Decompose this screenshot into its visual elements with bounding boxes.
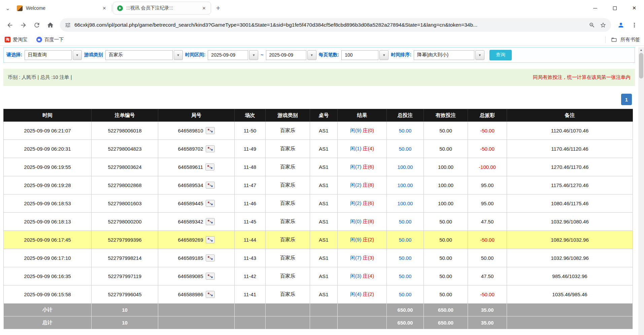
total-bet-link[interactable]: 50.00	[399, 219, 412, 224]
total-bet-link[interactable]: 50.00	[399, 128, 412, 133]
game-type-select[interactable]: 百家乐 ▾	[105, 50, 183, 60]
cell-total-bet: 50.00	[387, 267, 424, 285]
date-from-value[interactable]: 2025-09-09	[208, 50, 248, 60]
total-bet-link[interactable]: 50.00	[399, 237, 412, 243]
chevron-down-icon[interactable]: ▾	[475, 50, 484, 60]
per-page-value[interactable]: 100	[341, 50, 378, 60]
bookmark-baidu[interactable]: 百度一下	[36, 36, 64, 43]
query-type-select[interactable]: 日期查询 ▾	[25, 50, 82, 60]
cell-payout: -50.00	[468, 140, 507, 158]
cell-session: 11-50	[235, 122, 266, 140]
cell-time: 2025-09-09 06:18:53	[4, 194, 92, 213]
cell-time: 2025-09-09 06:17:45	[4, 231, 92, 249]
all-bookmarks-button[interactable]: 所有书签	[605, 36, 640, 43]
chevron-down-icon[interactable]: ▾	[174, 50, 183, 60]
total-bet-link[interactable]: 100.00	[398, 164, 413, 170]
bet-row: 2025-09-09 06:19:55522798003624646589611…	[4, 158, 633, 176]
round-result-image-icon[interactable]	[205, 163, 214, 171]
round-result-image-icon[interactable]	[206, 200, 215, 207]
chevron-down-icon[interactable]: ▾	[73, 50, 82, 60]
browser-menu-button[interactable]	[628, 19, 641, 31]
chevron-down-icon[interactable]: ▾	[249, 50, 258, 60]
cell-valid-bet: 50.00	[424, 249, 468, 267]
round-result-image-icon[interactable]	[206, 182, 215, 189]
payout-value: -50.00	[480, 146, 495, 152]
query-type-label: 请选择:	[6, 52, 22, 58]
cell-game-type: 百家乐	[266, 122, 310, 140]
reload-button[interactable]	[30, 19, 43, 31]
date-to-select[interactable]: 2025-09-09 ▾	[266, 50, 316, 60]
result-banker: 庄(4)	[363, 146, 374, 151]
col-bet-id: 注单编号	[92, 109, 158, 122]
chevron-down-icon[interactable]: ▾	[379, 50, 388, 60]
page-1-button[interactable]: 1	[621, 94, 632, 105]
total-bet-link[interactable]: 50.00	[399, 146, 412, 152]
game-type-value[interactable]: 百家乐	[105, 50, 173, 60]
cell-total-bet: 100.00	[387, 176, 424, 194]
total-bet-link[interactable]: 100.00	[398, 201, 413, 206]
cell-bet-id: 522798001603	[92, 194, 158, 213]
per-page-select[interactable]: 100 ▾	[341, 50, 388, 60]
cell-game-type: 百家乐	[266, 249, 310, 267]
cell-note: 985.46/1032.96	[507, 267, 633, 285]
round-result-image-icon[interactable]	[206, 291, 215, 298]
scroll-up-arrow-icon[interactable]: ▲	[638, 47, 644, 53]
url-bar[interactable]: 66cxkj98.com/ipl/portal.php/game/betreco…	[60, 18, 611, 32]
reload-icon	[33, 22, 40, 29]
tab-close-icon[interactable]: ✕	[101, 5, 108, 11]
cell-valid-bet: 50.00	[424, 285, 468, 304]
tab-betrecord[interactable]: :::视讯 会员下注纪录::: ✕	[113, 2, 211, 14]
round-number: 646589085	[178, 273, 203, 279]
round-result-image-icon[interactable]	[206, 218, 215, 225]
cell-time: 2025-09-09 06:19:55	[4, 158, 92, 176]
scrollbar-thumb[interactable]	[639, 53, 643, 79]
cell-total-bet: 50.00	[387, 231, 424, 249]
round-number: 646589702	[178, 146, 203, 152]
sort-value[interactable]: 降幂(由大到小)	[414, 50, 474, 60]
zoom-icon[interactable]	[589, 22, 595, 28]
url-text[interactable]: 66cxkj98.com/ipl/portal.php/game/betreco…	[74, 22, 585, 28]
new-tab-button[interactable]: +	[213, 3, 223, 13]
cell-round: 646588986	[158, 285, 235, 304]
bookmark-star-icon[interactable]	[600, 22, 606, 28]
round-result-image-icon[interactable]	[206, 273, 215, 280]
chevron-down-icon[interactable]: ▾	[307, 50, 316, 60]
total-bet-link[interactable]: 100.00	[398, 182, 413, 188]
total-bet-link[interactable]: 50.00	[399, 255, 412, 261]
cell-table-no: AS1	[310, 158, 338, 176]
cell-table-no: AS1	[310, 267, 338, 285]
footer-empty-cell	[507, 316, 633, 329]
date-to-value[interactable]: 2025-09-09	[266, 50, 306, 60]
payout-value: 95.00	[481, 201, 494, 206]
tab-search-chevron-icon[interactable]: ⌄	[3, 3, 13, 13]
sort-select[interactable]: 降幂(由大到小) ▾	[414, 50, 484, 60]
tab-close-icon[interactable]: ✕	[201, 5, 207, 11]
round-result-image-icon[interactable]	[206, 254, 215, 262]
total-bet-link[interactable]: 50.00	[399, 273, 412, 279]
search-button[interactable]: 查询	[489, 50, 512, 60]
maximize-button[interactable]	[605, 0, 624, 16]
cell-bet-id: 522798000200	[92, 213, 158, 231]
total-bet-link[interactable]: 50.00	[399, 292, 412, 297]
minimize-button[interactable]	[585, 0, 605, 16]
bet-row: 2025-09-09 06:21:07522798006018646589810…	[4, 122, 633, 140]
cell-total-bet: 100.00	[387, 194, 424, 213]
tab-welcome[interactable]: Welcome ✕	[13, 2, 111, 14]
forward-button[interactable]	[17, 19, 30, 31]
cell-time: 2025-09-09 06:15:58	[4, 285, 92, 304]
page-scrollbar[interactable]: ▲	[638, 47, 644, 335]
profile-button[interactable]	[614, 19, 627, 31]
result-player: 闲(1)	[350, 146, 361, 151]
query-type-value[interactable]: 日期查询	[25, 50, 72, 60]
home-button[interactable]	[44, 19, 57, 31]
back-button[interactable]	[3, 19, 16, 31]
close-button[interactable]: ✕	[624, 0, 644, 16]
bookmark-aitaobao[interactable]: 淘 爱淘宝	[5, 36, 28, 43]
date-from-select[interactable]: 2025-09-09 ▾	[208, 50, 258, 60]
round-result-image-icon[interactable]	[206, 145, 215, 152]
site-settings-tune-icon[interactable]	[65, 22, 71, 28]
round-result-image-icon[interactable]	[206, 236, 215, 243]
round-result-image-icon[interactable]	[206, 127, 215, 134]
col-time: 时间	[4, 109, 92, 122]
cell-payout: -50.00	[468, 231, 507, 249]
